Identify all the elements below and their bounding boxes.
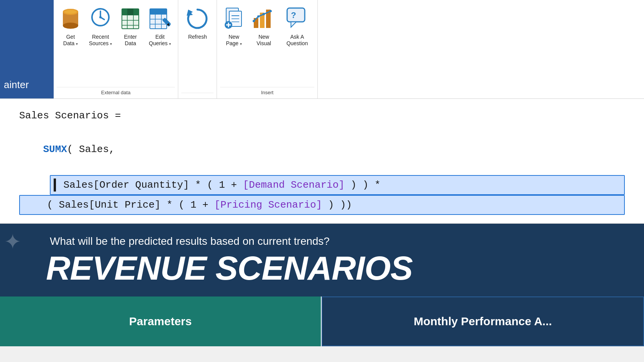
- refresh-button[interactable]: Refresh: [181, 3, 214, 43]
- new-page-button[interactable]: New Page ▾: [220, 3, 248, 49]
- ask-question-icon: ?: [286, 5, 309, 32]
- ribbon-groups: Get Data ▾: [54, 0, 644, 98]
- ribbon-group-insert: New Page ▾: [217, 0, 318, 98]
- bottom-cards-row: Parameters Monthly Performance A...: [0, 296, 644, 346]
- new-visual-label: New Visual: [256, 34, 271, 47]
- ribbon-app-label: ainter: [0, 0, 54, 98]
- ribbon-group-external-data: Get Data ▾: [54, 0, 178, 98]
- formula-line4-selected: ( Sales[Unit Price] * ( 1 + [Pricing Sce…: [19, 195, 625, 215]
- parameters-card[interactable]: Parameters: [0, 296, 322, 346]
- svg-point-4: [64, 10, 77, 14]
- ribbon-group-refresh: Refresh: [178, 0, 217, 98]
- banner-title: REVENUE SCENARIOS: [46, 251, 621, 285]
- refresh-group-label: [181, 93, 214, 98]
- svg-marker-43: [291, 22, 296, 27]
- banner-subtitle: What will be the predicted results based…: [50, 235, 621, 247]
- monthly-performance-label: Monthly Performance A...: [414, 315, 552, 328]
- svg-point-2: [63, 23, 78, 29]
- external-data-label: External data: [57, 87, 175, 98]
- insert-label: Insert: [220, 87, 314, 98]
- parameters-card-label: Parameters: [129, 315, 192, 328]
- banner-logo-icon: ✦: [4, 231, 21, 252]
- new-visual-button[interactable]: New Visual: [248, 3, 279, 49]
- formula-line1: Sales Scenarios =: [19, 107, 625, 124]
- refresh-buttons: Refresh: [181, 0, 214, 91]
- get-data-icon: [61, 5, 80, 32]
- get-data-button[interactable]: Get Data ▾: [57, 3, 84, 49]
- svg-point-41: [269, 10, 272, 12]
- external-data-buttons: Get Data ▾: [57, 0, 175, 85]
- svg-point-39: [257, 15, 260, 18]
- enter-data-icon: [120, 5, 140, 32]
- new-page-label: New Page ▾: [226, 34, 242, 47]
- app-name-clipped: ainter: [4, 79, 29, 91]
- ribbon: ainter: [0, 0, 644, 99]
- edit-queries-icon: [149, 5, 171, 32]
- formula-line2: SUMX( Sales,: [19, 124, 625, 175]
- new-page-icon: [224, 5, 244, 32]
- recent-sources-button[interactable]: Recent Sources ▾: [85, 3, 116, 49]
- refresh-icon: [185, 5, 210, 32]
- recent-sources-label: Recent Sources ▾: [89, 34, 112, 47]
- svg-rect-23: [150, 9, 167, 14]
- get-data-label: Get Data ▾: [63, 34, 78, 47]
- svg-point-38: [253, 20, 255, 22]
- edit-queries-button[interactable]: Edit Queries ▾: [145, 3, 175, 49]
- formula-line3-selected: Sales[Order Quantity] * ( 1 + [Demand Sc…: [50, 175, 625, 195]
- enter-data-label: Enter Data: [124, 34, 137, 47]
- ask-question-button[interactable]: ? Ask A Question: [280, 3, 314, 49]
- insert-buttons: New Page ▾: [220, 0, 314, 85]
- formula-bar[interactable]: Sales Scenarios = SUMX( Sales, Sales[Ord…: [0, 99, 644, 224]
- edit-queries-label: Edit Queries ▾: [149, 34, 171, 47]
- svg-point-40: [263, 13, 265, 15]
- refresh-label: Refresh: [188, 34, 207, 40]
- enter-data-button[interactable]: Enter Data: [117, 3, 144, 49]
- ask-question-label: Ask A Question: [286, 34, 308, 47]
- svg-point-8: [99, 16, 102, 18]
- svg-text:?: ?: [291, 10, 296, 20]
- monthly-performance-card[interactable]: Monthly Performance A...: [322, 296, 644, 346]
- new-visual-icon: [252, 5, 275, 32]
- recent-sources-icon: [90, 5, 110, 32]
- svg-rect-16: [127, 9, 133, 15]
- revenue-scenarios-banner: ✦ What will be the predicted results bas…: [0, 224, 644, 296]
